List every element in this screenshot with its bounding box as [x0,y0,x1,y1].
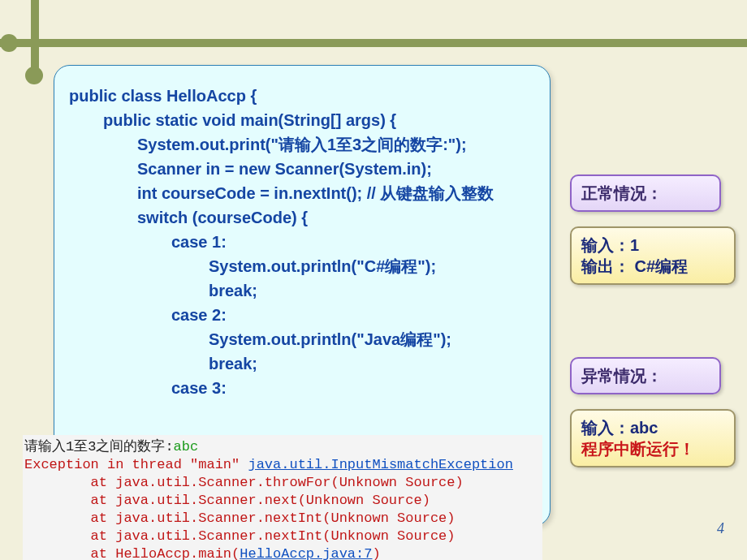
code-line: case 2: [171,303,535,327]
code-line: case 3: [171,376,535,400]
callout-normal-header: 正常情况： [570,174,721,212]
callout-line: 程序中断运行！ [581,438,724,459]
value: C#编程 [630,257,688,275]
console-line: Exception in thread "main" java.util.Inp… [24,456,541,474]
callout-line: 输入：1 [581,235,724,256]
console-input: abc [174,439,199,454]
console-trace: at java.util.Scanner.nextInt(Unknown Sou… [24,528,541,545]
code-line: case 1: [171,230,535,254]
trace-suffix: ) [372,546,380,560]
code-line: break; [209,351,535,376]
console-prompt: 请输入1至3之间的数字: [24,439,174,454]
console-trace: at java.util.Scanner.next(Unknown Source… [24,492,541,510]
callout-error-header: 异常情况： [570,357,721,394]
callout-text: 正常情况： [581,184,663,202]
code-line: System.out.println("C#编程"); [209,254,535,278]
page-number: 4 [717,520,724,537]
callout-error-body: 输入：abc 程序中断运行！ [570,409,736,467]
code-line: public static void main(String[] args) { [103,108,535,132]
label: 输入： [581,236,630,254]
console-trace: at HelloAccp.main(HelloAccp.java:7) [24,545,541,560]
callout-line: 输出： C#编程 [581,256,724,277]
exception-prefix: Exception in thread "main" [24,457,248,472]
code-line: break; [209,278,535,303]
value: abc [630,419,658,437]
label: 输入： [581,419,630,437]
code-line: Scanner in = new Scanner(System.in); [137,157,535,181]
code-line: switch (courseCode) { [137,205,535,230]
trace-link: HelloAccp.java:7 [240,546,372,560]
code-line: System.out.print("请输入1至3之间的数字:"); [137,132,535,157]
decoration-dot [0,34,18,52]
code-line: System.out.println("Java编程"); [209,327,535,351]
value: 1 [630,236,639,254]
decoration-horizontal [0,39,747,47]
code-line: public class HelloAccp { [69,84,535,108]
code-line: int courseCode = in.nextInt(); // 从键盘输入整… [137,181,535,205]
console-trace: at java.util.Scanner.nextInt(Unknown Sou… [24,510,541,528]
console-trace: at java.util.Scanner.throwFor(Unknown So… [24,474,541,492]
decoration-dot [25,67,43,84]
console-line: 请输入1至3之间的数字:abc [24,438,541,456]
callout-line: 输入：abc [581,417,724,438]
callout-text: 异常情况： [581,367,663,385]
exception-link: java.util.InputMismatchException [248,457,512,472]
label: 输出： [581,257,630,275]
callout-normal-body: 输入：1 输出： C#编程 [570,226,736,285]
console-output: 请输入1至3之间的数字:abc Exception in thread "mai… [23,435,542,560]
trace-prefix: at HelloAccp.main( [24,546,240,560]
